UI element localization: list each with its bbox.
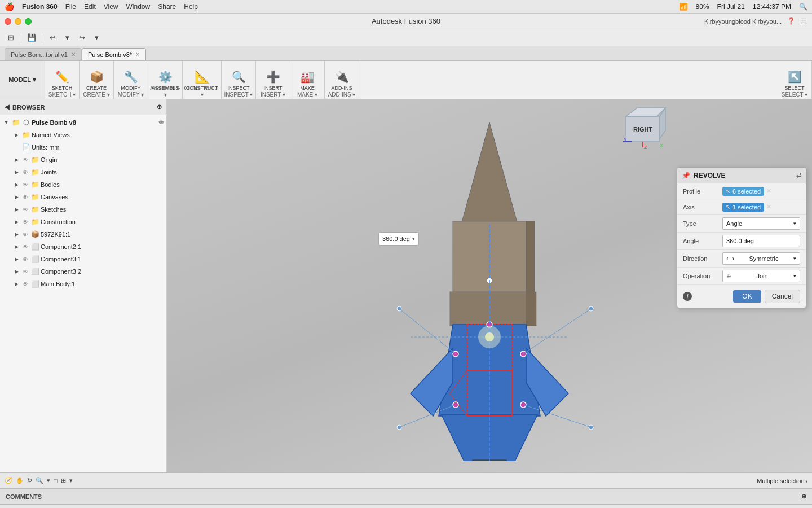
select-btn[interactable]: ↖️ SELECT <box>782 65 807 95</box>
tree-comp31[interactable]: ▶ 👁 ⬜ Component3:1 <box>0 253 166 265</box>
user-account[interactable]: Kirbyyoungblood Kirbyyou... <box>704 18 782 25</box>
bodies-visibility[interactable]: 👁 <box>21 181 29 189</box>
minimize-button[interactable] <box>15 18 21 25</box>
tree-named-views[interactable]: ▶ 📁 Named Views <box>0 129 166 141</box>
5972k91-visibility[interactable]: 👁 <box>21 230 29 238</box>
grid-icon[interactable]: ⊞ <box>61 477 66 484</box>
notifications-icon[interactable]: ☰ <box>801 17 806 25</box>
revolve-expand-btn[interactable]: ⇄ <box>796 172 801 179</box>
browser-menu-btn[interactable]: ⊕ <box>157 103 162 111</box>
tree-bodies[interactable]: ▶ 👁 📁 Bodies <box>0 178 166 191</box>
canvases-label: Canvases <box>41 194 166 200</box>
search-icon[interactable]: 🔍 <box>799 3 807 11</box>
insert-btn[interactable]: ➕ INSERT <box>261 65 285 95</box>
menu-window[interactable]: Window <box>126 3 151 11</box>
axis-clear-btn[interactable]: ✕ <box>766 203 771 211</box>
create-group-label: CREATE ▾ <box>80 91 113 98</box>
addins-btn[interactable]: 🔌 ADD-INS <box>329 65 354 95</box>
apple-menu[interactable]: 🍎 <box>5 2 14 11</box>
nav-icon[interactable]: 🧭 <box>5 477 12 484</box>
tree-root[interactable]: ▼ 📁 ⬡ Pulse Bomb v8 👁 <box>0 116 166 129</box>
menu-share[interactable]: Share <box>158 3 176 11</box>
assemble-group-label: ASSEMBLE ▾ <box>148 85 182 98</box>
canvases-folder-icon: 📁 <box>30 192 39 202</box>
sketches-visibility[interactable]: 👁 <box>21 205 29 213</box>
display-icon[interactable]: □ <box>54 478 58 484</box>
tree-canvases[interactable]: ▶ 👁 📁 Canvases <box>0 191 166 203</box>
zoom-icon[interactable]: 🔍 <box>36 477 43 484</box>
root-visibility-icon[interactable]: 👁 <box>158 120 164 126</box>
tree-sketches[interactable]: ▶ 👁 📁 Sketches <box>0 203 166 216</box>
comp21-visibility[interactable]: 👁 <box>21 243 29 251</box>
named-views-chevron: ▶ <box>12 131 20 139</box>
angle-input-field[interactable] <box>722 235 800 247</box>
origin-visibility[interactable]: 👁 <box>21 156 29 164</box>
redo-btn[interactable]: ↪ <box>76 32 88 44</box>
info-icon[interactable]: i <box>683 292 692 301</box>
revolve-footer: i OK Cancel <box>677 285 806 308</box>
redo-dropdown[interactable]: ▾ <box>90 32 103 44</box>
modify-icon: 🔧 <box>123 69 139 85</box>
make-btn[interactable]: 🏭 MAKE <box>295 65 320 95</box>
grid-menu-btn[interactable]: ⊞ <box>5 32 17 44</box>
save-btn[interactable]: 💾 <box>25 32 38 44</box>
menu-help[interactable]: Help <box>184 3 198 11</box>
close-button[interactable] <box>5 18 11 25</box>
profile-clear-btn[interactable]: ✕ <box>766 187 771 195</box>
tree-comp32[interactable]: ▶ 👁 ⬜ Component3:2 <box>0 265 166 278</box>
ribbon-make-group: 🏭 MAKE MAKE ▾ <box>290 61 325 99</box>
tree-joints[interactable]: ▶ 👁 📁 Joints <box>0 166 166 178</box>
mainbody-visibility[interactable]: 👁 <box>21 280 29 288</box>
viewport[interactable]: RIGHT Z Y X 360.0 deg ▾ <box>167 99 812 472</box>
inspect-btn[interactable]: 🔍 INSPECT <box>226 65 251 95</box>
operation-dropdown[interactable]: ⊕ Join ▾ <box>722 270 800 282</box>
tab-2[interactable]: Pulse Bomb v8* ✕ <box>82 48 146 60</box>
units-label: Units: mm <box>32 144 166 151</box>
undo-dropdown[interactable]: ▾ <box>61 32 73 44</box>
svg-rect-2 <box>526 292 536 326</box>
tab1-close[interactable]: ✕ <box>71 51 76 58</box>
tab-1[interactable]: Pulse Bom...torial v1 ✕ <box>5 48 82 60</box>
construction-visibility[interactable]: 👁 <box>21 218 29 226</box>
view-cube[interactable]: RIGHT Z Y X <box>623 105 668 152</box>
assemble-icon: ⚙️ <box>157 69 173 85</box>
direction-dropdown[interactable]: ⟷ Symmetric ▾ <box>722 252 800 265</box>
tree-comp21[interactable]: ▶ 👁 ⬜ Component2:1 <box>0 240 166 253</box>
pan-icon[interactable]: ✋ <box>16 477 24 484</box>
menubar: 🍎 Fusion 360 File Edit View Window Share… <box>0 0 812 14</box>
angle-dropdown-btn[interactable]: ▾ <box>412 236 415 242</box>
help-icon[interactable]: ❓ <box>787 17 795 25</box>
undo-btn[interactable]: ↩ <box>46 32 59 44</box>
grid-dropdown[interactable]: ▾ <box>69 477 73 484</box>
tab2-close[interactable]: ✕ <box>135 51 140 58</box>
model-mode-btn[interactable]: MODEL ▾ <box>0 61 45 99</box>
sep2 <box>42 33 42 43</box>
tree-mainbody[interactable]: ▶ 👁 ⬜ Main Body:1 <box>0 278 166 290</box>
joints-label: Joints <box>41 169 166 176</box>
canvases-visibility[interactable]: 👁 <box>21 193 29 201</box>
type-dropdown[interactable]: Angle ▾ <box>722 217 800 230</box>
tree-construction[interactable]: ▶ 👁 📁 Construction <box>0 216 166 228</box>
menu-file[interactable]: File <box>65 3 76 11</box>
tree-5972k91[interactable]: ▶ 👁 📦 5972K91:1 <box>0 228 166 240</box>
orbit-icon[interactable]: ↻ <box>27 477 32 484</box>
cancel-button[interactable]: Cancel <box>765 290 800 303</box>
joints-visibility[interactable]: 👁 <box>21 168 29 176</box>
comments-expand-btn[interactable]: ⊕ <box>801 493 806 500</box>
angle-input-container: 360.0 deg ▾ <box>378 232 419 246</box>
tree-origin[interactable]: ▶ 👁 📁 Origin <box>0 154 166 166</box>
modify-btn[interactable]: 🔧 MODIFY <box>118 65 143 95</box>
ok-button[interactable]: OK <box>733 290 761 303</box>
maximize-button[interactable] <box>25 18 32 25</box>
statusbar-left: 🧭 ✋ ↻ 🔍 ▾ □ ⊞ ▾ <box>5 477 73 484</box>
tree-units[interactable]: ▶ 📄 Units: mm <box>0 141 166 154</box>
menu-edit[interactable]: Edit <box>84 3 96 11</box>
zoom-dropdown[interactable]: ▾ <box>47 477 50 484</box>
app-menu-fusion[interactable]: Fusion 360 <box>22 3 58 11</box>
comp31-visibility[interactable]: 👁 <box>21 255 29 263</box>
menu-view[interactable]: View <box>104 3 118 11</box>
sketch-btn[interactable]: ✏️ SKETCH <box>50 65 74 95</box>
comp32-visibility[interactable]: 👁 <box>21 268 29 275</box>
browser-collapse-btn[interactable]: ◀ <box>5 103 9 111</box>
create-btn[interactable]: 📦 CREATE <box>84 65 109 95</box>
